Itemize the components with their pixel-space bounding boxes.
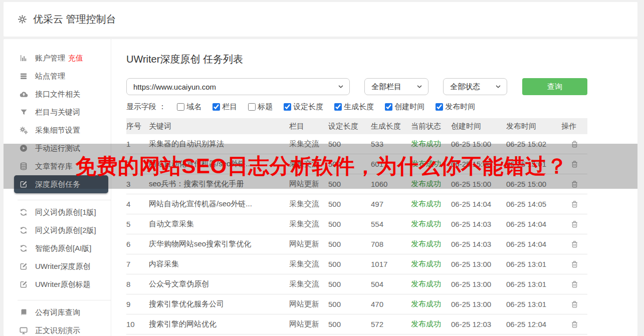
sidebar-item[interactable]: 智能伪原创[AI版] (4, 239, 111, 257)
table-row: 6庆华购物网站seo搜索引擎优化网站更新500708发布成功06-25 14:0… (126, 234, 587, 254)
checkbox-input[interactable] (436, 103, 443, 111)
checkbox-input[interactable] (212, 103, 220, 111)
delete-button[interactable] (561, 260, 587, 269)
field-checkbox[interactable]: 创建时间 (385, 102, 424, 112)
category-cell: 网站更新 (289, 239, 328, 249)
delete-button[interactable] (561, 240, 587, 249)
table-row: 7内容采集采集交流5001017发布成功06-25 13:0006-25 13:… (126, 254, 587, 274)
delete-button[interactable] (561, 220, 587, 229)
recharge-badge[interactable]: 充值 (68, 54, 83, 63)
sidebar-item[interactable]: 同义词伪原创[2版] (4, 221, 111, 239)
monitor-icon (19, 325, 29, 335)
field-checkbox-label: 生成长度 (344, 102, 374, 112)
created-time-cell: 06-25 13:00 (451, 300, 506, 308)
status-cell: 发布成功 (411, 259, 451, 269)
field-checkbox-label: 创建时间 (394, 102, 424, 112)
column-header: 栏目 (289, 122, 328, 131)
sidebar-item[interactable]: UWriter深度原创 (4, 257, 111, 275)
book-icon (19, 307, 29, 317)
trash-icon (570, 220, 579, 229)
keyword-cell: 内容采集 (149, 259, 289, 269)
status-select[interactable]: 全部状态 (443, 78, 507, 95)
sidebar-item-label: 正文识别演示 (35, 326, 80, 335)
field-checkbox[interactable]: 标题 (248, 102, 273, 112)
published-time-cell: 06-25 13:01 (506, 300, 561, 308)
checkbox-input[interactable] (248, 103, 256, 111)
delete-button[interactable] (561, 280, 587, 289)
sidebar-item[interactable]: 栏目与关键词 (4, 103, 111, 121)
sidebar-item[interactable]: 账户管理充值 (4, 49, 111, 67)
refresh-icon (19, 207, 29, 217)
keyword-cell: 搜索引擎优化服务公司 (149, 299, 289, 309)
keyword-cell: 公众号文章伪原创 (149, 279, 289, 289)
gen-length-cell: 572 (371, 320, 411, 328)
column-header: 序号 (126, 122, 149, 131)
status-cell: 发布成功 (411, 299, 451, 309)
category-select-value: 全部栏目 (371, 82, 401, 92)
category-cell: 采集交流 (289, 279, 328, 289)
column-header: 关键词 (149, 122, 289, 131)
keyword-cell: 搜索引擎的网站优化 (149, 319, 289, 329)
created-time-cell: 06-25 14:03 (451, 220, 506, 228)
column-header: 发布时间 (506, 122, 561, 131)
category-cell: 采集交流 (289, 219, 328, 229)
server-icon (19, 71, 29, 81)
table-row: 4网站自动化宣传机器/seo外链...采集交流500497发布成功06-25 1… (126, 194, 587, 214)
set-length-cell: 500 (328, 280, 371, 288)
column-header: 操作 (561, 122, 587, 131)
promo-overlay: 免费的网站SEO日志分析软件，为什么你不能错过？ (4, 144, 637, 189)
sidebar-item-label: 站点管理 (35, 72, 65, 81)
field-checkboxes: 域名栏目标题设定长度生成长度创建时间发布时间 (177, 102, 486, 112)
field-checkbox[interactable]: 生成长度 (334, 102, 374, 112)
query-button[interactable]: 查询 (522, 78, 587, 95)
published-time-cell: 06-25 14:05 (506, 200, 561, 208)
delete-button[interactable] (561, 320, 587, 329)
sidebar-item[interactable]: 公有词库查询 (4, 303, 111, 321)
sidebar-item[interactable]: 站点管理 (4, 67, 111, 85)
category-cell: 网站更新 (289, 299, 328, 309)
checkbox-input[interactable] (284, 103, 291, 111)
sidebar-item-label: 采集细节设置 (35, 126, 80, 135)
set-length-cell: 500 (328, 240, 371, 248)
sidebar-item[interactable]: 接口文件相关 (4, 85, 111, 103)
gen-length-cell: 504 (371, 280, 411, 288)
category-select[interactable]: 全部栏目 (364, 78, 428, 95)
delete-button[interactable] (561, 300, 587, 309)
field-checkbox[interactable]: 栏目 (212, 102, 237, 112)
category-cell: 采集交流 (289, 199, 328, 209)
site-select-value: https://www.ucaiyun.com (133, 83, 216, 91)
field-checkbox-label: 发布时间 (445, 102, 475, 112)
gen-length-cell: 708 (371, 240, 411, 248)
field-checkbox[interactable]: 发布时间 (436, 102, 475, 112)
gear-icon (18, 15, 27, 24)
created-time-cell: 06-25 14:04 (451, 200, 506, 208)
published-time-cell: 06-25 14:04 (506, 240, 561, 248)
field-checkbox-label: 标题 (258, 102, 273, 112)
keyword-cell: 庆华购物网站seo搜索引擎优化 (149, 239, 289, 249)
sidebar-item[interactable]: 同义词伪原创[1版] (4, 203, 111, 221)
sidebar-item[interactable]: 正文识别演示 (4, 321, 111, 336)
status-cell: 发布成功 (411, 319, 451, 329)
sidebar-item[interactable]: UWriter原创标题 (4, 275, 111, 293)
sidebar-item-label: 同义词伪原创[2版] (35, 226, 96, 235)
row-index: 6 (126, 240, 149, 248)
sidebar-item-label: 栏目与关键词 (35, 108, 80, 117)
site-select[interactable]: https://www.ucaiyun.com (126, 78, 350, 95)
field-checkbox[interactable]: 设定长度 (284, 102, 323, 112)
delete-button[interactable] (561, 200, 587, 209)
checkbox-input[interactable] (334, 103, 342, 111)
checkbox-input[interactable] (385, 103, 392, 111)
sidebar-divider (18, 300, 111, 300)
row-index: 4 (126, 200, 149, 208)
sidebar-item-label: 账户管理 (35, 54, 65, 63)
field-checkbox[interactable]: 域名 (177, 102, 201, 112)
sidebar-item[interactable]: 采集细节设置 (4, 121, 111, 139)
category-cell: 采集交流 (289, 259, 328, 269)
checkbox-input[interactable] (177, 103, 184, 111)
chevron-down-icon (337, 83, 344, 90)
field-checkbox-label: 设定长度 (293, 102, 323, 112)
column-header: 当前状态 (411, 122, 451, 131)
created-time-cell: 06-25 13:00 (451, 280, 506, 288)
created-time-cell: 06-25 14:03 (451, 240, 506, 248)
table-row: 10搜索引擎的网站优化网站更新500572发布成功06-25 12:0306-2… (126, 314, 587, 334)
